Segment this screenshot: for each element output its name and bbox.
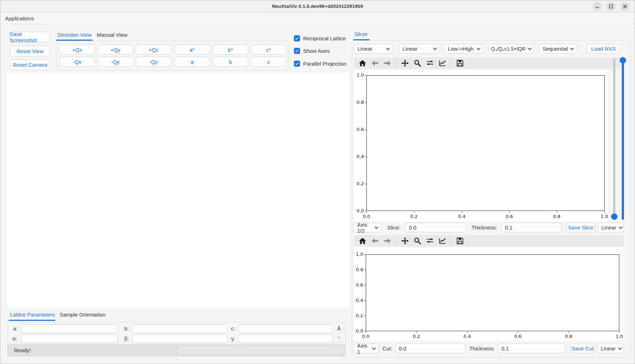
xtick-label: 0.6: [512, 334, 524, 339]
app-window: NeuXtalViz 0.1.0.dev96+d202412291959 App…: [0, 0, 635, 364]
toolbar-axes-button[interactable]: [439, 237, 446, 245]
view-c-button[interactable]: c: [251, 57, 286, 67]
lattice-a-field[interactable]: [21, 324, 118, 333]
ytick-label: 0.6: [352, 282, 363, 288]
xtick-label: 0.6: [504, 214, 515, 219]
lattice-alpha-field[interactable]: [21, 334, 118, 343]
ytick-label: 0.8: [352, 267, 363, 272]
view-plus-qz-button[interactable]: +Qz: [136, 45, 171, 55]
toolbar-pan-button[interactable]: [401, 59, 409, 67]
view-b-star-button[interactable]: b*: [212, 45, 248, 55]
menu-applications[interactable]: Applications: [5, 15, 34, 21]
toolbar-back-button[interactable]: [371, 237, 379, 245]
home-icon: [359, 59, 366, 67]
lattice-beta-field[interactable]: [132, 334, 228, 343]
slice-axes: [366, 75, 605, 211]
slice-value-field[interactable]: [405, 223, 466, 232]
toolbar-home-button[interactable]: [359, 59, 366, 67]
view-minus-qy-button[interactable]: -Qy: [98, 57, 133, 67]
sort-order-combo[interactable]: Low->High: [444, 44, 484, 54]
view-a-button[interactable]: a: [174, 57, 210, 67]
view-plus-qy-button[interactable]: +Qy: [98, 45, 133, 55]
toolbar-save-button[interactable]: [456, 237, 464, 245]
sliders-icon: [426, 237, 434, 245]
slice-axis-combo[interactable]: Axis 1/2: [354, 223, 381, 232]
lattice-b-field[interactable]: [132, 324, 228, 333]
maximize-icon: [609, 4, 613, 9]
toolbar-zoom-button[interactable]: [414, 237, 421, 245]
colorbar-max-slider-track[interactable]: [622, 59, 624, 220]
toolbar-configure-button[interactable]: [426, 237, 434, 245]
cut-thickness-label: Thickness:: [469, 344, 495, 353]
view-minus-qx-button[interactable]: -Qx: [59, 57, 95, 67]
cut-plot-canvas[interactable]: 1.0 0.8 0.6 0.4 0.2 0.0 0.0 0.2 0.4 0.6 …: [354, 247, 624, 341]
tab-slicer[interactable]: Slicer: [354, 31, 368, 37]
view-c-star-button[interactable]: c*: [251, 45, 286, 55]
chevron-down-icon: [619, 225, 622, 229]
degree-unit-label: °: [338, 334, 340, 343]
lattice-gamma-field[interactable]: [238, 334, 333, 343]
view-b-button[interactable]: b: [212, 57, 248, 67]
cut-value-scale-combo[interactable]: Linear: [597, 344, 624, 353]
minimize-button[interactable]: [592, 2, 602, 11]
maximize-button[interactable]: [606, 2, 616, 11]
axes-plot-icon: [439, 237, 446, 245]
tab-manual-view[interactable]: Manual View: [97, 32, 128, 38]
view-minus-qz-button[interactable]: -Qz: [136, 57, 171, 67]
chevron-down-icon: [372, 346, 376, 350]
cut-scale-combo[interactable]: Linear: [399, 44, 440, 54]
view-plus-qx-button[interactable]: +Qx: [59, 45, 95, 55]
toolbar-pan-button[interactable]: [401, 237, 409, 245]
cut-value-field[interactable]: [395, 344, 465, 353]
colorbar-min-slider-track[interactable]: [613, 59, 615, 220]
toolbar-zoom-button[interactable]: [414, 59, 421, 67]
load-nxs-button[interactable]: Load NXS: [587, 44, 620, 54]
ytick-label: 0.0: [353, 208, 364, 213]
reset-view-button[interactable]: Reset View: [10, 46, 50, 56]
3d-viewport[interactable]: [7, 73, 349, 308]
lattice-a-label: a:: [13, 324, 18, 333]
save-screenshot-button[interactable]: Save Screenshot: [9, 32, 50, 42]
view-a-star-button[interactable]: a*: [174, 45, 210, 55]
toolbar-separator: [396, 59, 396, 67]
save-cut-button[interactable]: Save Cut: [571, 344, 594, 353]
slice-thickness-field[interactable]: [501, 223, 561, 232]
pan-move-icon: [401, 237, 409, 245]
colorbar-max-slider-handle[interactable]: [620, 57, 626, 64]
minimize-icon: [595, 4, 599, 9]
slice-scale-combo[interactable]: Linear: [354, 44, 393, 54]
tab-lattice-underline: [9, 320, 55, 321]
clim-method-combo[interactable]: Q₃/Q₁±1.5×IQR: [488, 44, 534, 54]
toolbar-configure-button[interactable]: [426, 59, 434, 67]
angstrom-unit-label: Å: [337, 324, 341, 333]
parallel-projection-checkbox[interactable]: Parallel Projection: [294, 61, 346, 67]
colorbar-min-slider-handle[interactable]: [611, 213, 618, 220]
tab-direction-view[interactable]: Direction View: [58, 32, 92, 38]
toolbar-forward-button[interactable]: [384, 237, 391, 245]
toolbar-save-button[interactable]: [456, 59, 464, 67]
tab-sample-orientation[interactable]: Sample Orientation: [60, 312, 105, 318]
tab-lattice-parameters[interactable]: Lattice Parameters: [10, 312, 55, 318]
status-bar: Ready!: [7, 344, 346, 357]
slice-value-scale-combo[interactable]: Linear: [598, 223, 624, 232]
lattice-c-field[interactable]: [238, 324, 333, 333]
toolbar-home-button[interactable]: [359, 237, 366, 245]
slice-plot-toolbar: [354, 57, 624, 69]
close-button[interactable]: [620, 2, 630, 11]
show-axes-checkbox[interactable]: Show Axes: [294, 48, 330, 54]
save-floppy-icon: [456, 59, 464, 67]
toolbar-forward-button[interactable]: [384, 59, 391, 67]
reciprocal-lattice-checkbox[interactable]: Reciprocal Lattice: [294, 35, 346, 41]
save-slice-button[interactable]: Save Slice: [566, 223, 595, 232]
toolbar-axes-button[interactable]: [439, 59, 446, 67]
ytick-label: 0.2: [352, 313, 363, 318]
toolbar-back-button[interactable]: [371, 59, 379, 67]
cut-axis-combo[interactable]: Axis 1: [354, 344, 379, 353]
cut-thickness-field[interactable]: [498, 344, 566, 353]
chevron-down-icon: [374, 225, 378, 229]
ytick-label: 0.4: [353, 154, 364, 159]
colormap-combo[interactable]: Sequential: [539, 44, 577, 54]
reset-camera-button[interactable]: Reset Camera: [10, 59, 50, 70]
slice-plot-canvas[interactable]: 1.0 0.8 0.6 0.4 0.2 0.0 0.0 0.2 0.4 0.6 …: [354, 70, 608, 222]
ytick-label: 0.2: [353, 181, 364, 186]
